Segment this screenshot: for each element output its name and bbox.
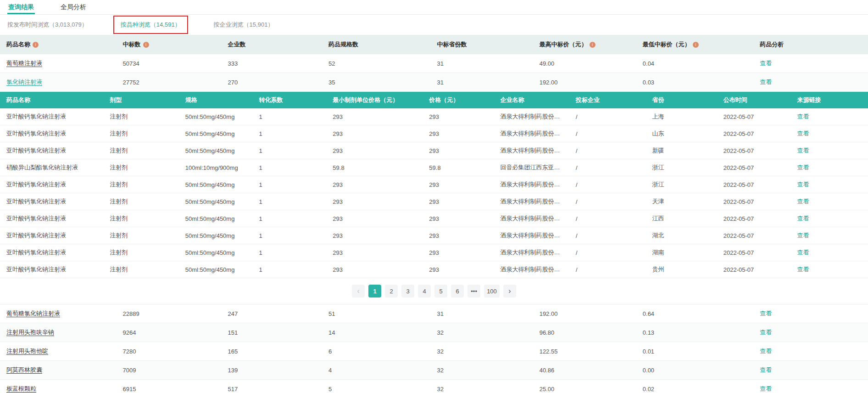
view-source-link[interactable]: 查看 (797, 215, 809, 222)
view-analysis-link[interactable]: 查看 (760, 348, 772, 354)
detail-value-cell: / (569, 227, 645, 244)
more-pages-button[interactable]: ••• (467, 285, 480, 298)
detail-value-cell: 注射剂 (103, 142, 179, 159)
view-analysis-link[interactable]: 查看 (760, 60, 772, 67)
view-source-link[interactable]: 查看 (797, 266, 809, 273)
drug-name-link[interactable]: 注射用头孢他啶 (6, 348, 48, 354)
detail-value-cell: 293 (423, 261, 494, 278)
table-row: 阿莫西林胶囊700913943240.860.00查看 (0, 361, 868, 380)
detail-value-cell: 湖南 (646, 244, 717, 261)
info-icon[interactable] (33, 42, 39, 48)
view-source-link[interactable]: 查看 (797, 232, 809, 239)
tab-global-analysis[interactable]: 全局分析 (60, 0, 87, 14)
detail-value-cell: / (569, 176, 645, 193)
value-cell: 0.64 (636, 304, 753, 323)
detail-value-cell: 酒泉大得利制药股份有... (494, 227, 570, 244)
detail-value-cell: 酒泉大得利制药股份有... (494, 176, 570, 193)
view-source-link[interactable]: 查看 (797, 147, 809, 154)
value-cell: 5 (322, 380, 431, 393)
value-cell: 96.80 (533, 323, 636, 342)
view-by-company[interactable]: 按企业浏览（15,901） (214, 16, 274, 34)
page-number-button[interactable]: 6 (451, 285, 464, 298)
value-cell: 31 (430, 73, 533, 92)
detail-value-cell: 注射剂 (103, 193, 179, 210)
detail-value-cell: 1 (253, 125, 327, 142)
drug-name-link[interactable]: 板蓝根颗粒 (6, 385, 36, 392)
view-source-link[interactable]: 查看 (797, 164, 809, 171)
detail-value-cell: 293 (326, 210, 423, 227)
detail-value-cell: 亚叶酸钙氯化钠注射液 (0, 125, 103, 142)
analysis-cell: 查看 (753, 73, 868, 92)
view-source-link[interactable]: 查看 (797, 249, 809, 256)
detail-value-cell: 酒泉大得利制药股份有... (494, 210, 570, 227)
column-header: 企业数 (221, 35, 322, 54)
drug-name-link[interactable]: 注射用头孢呋辛钠 (6, 329, 54, 336)
view-source-link[interactable]: 查看 (797, 130, 809, 137)
source-cell: 查看 (791, 176, 868, 193)
analysis-cell: 查看 (753, 54, 868, 73)
detail-value-cell: 新疆 (646, 142, 717, 159)
detail-value-cell: 50ml:50mg/450mg (179, 261, 253, 278)
value-cell: 6915 (117, 380, 222, 393)
detail-value-cell: 酒泉大得利制药股份有... (494, 244, 570, 261)
view-analysis-link[interactable]: 查看 (760, 310, 772, 317)
prev-page-button[interactable]: ‹ (352, 285, 365, 298)
view-switcher: 按发布时间浏览（3,013,079） 按品种浏览（14,591） 按企业浏览（1… (0, 15, 868, 35)
expanded-detail-row: 药品名称剂型规格转化系数最小制剂单位价格（元）价格（元）企业名称投标企业省份公布… (0, 92, 868, 305)
page-number-button[interactable]: 1 (368, 285, 381, 298)
drug-name-link[interactable]: 葡萄糖注射液 (6, 60, 42, 67)
view-by-variety[interactable]: 按品种浏览（14,591） (113, 16, 188, 34)
detail-value-cell: 50ml:50mg/450mg (179, 244, 253, 261)
drug-name-link[interactable]: 葡萄糖氯化钠注射液 (6, 310, 60, 317)
detail-column-header: 价格（元） (423, 92, 494, 108)
detail-pagination: ‹123456•••100› (0, 278, 868, 304)
value-cell: 270 (221, 73, 322, 92)
column-header: 中标省份数 (430, 35, 533, 54)
detail-value-cell: / (569, 261, 645, 278)
value-cell: 50734 (117, 54, 222, 73)
source-cell: 查看 (791, 159, 868, 176)
page-number-button[interactable]: 2 (385, 285, 398, 298)
view-source-link[interactable]: 查看 (797, 181, 809, 188)
detail-value-cell: 2022-05-07 (717, 159, 791, 176)
column-header: 药品规格数 (322, 35, 431, 54)
page-number-button[interactable]: 3 (401, 285, 414, 298)
detail-value-cell: 浙江 (646, 159, 717, 176)
detail-value-cell: 1 (253, 108, 327, 125)
detail-column-header: 剂型 (103, 92, 179, 108)
detail-value-cell: 2022-05-07 (717, 261, 791, 278)
view-by-publish-time[interactable]: 按发布时间浏览（3,013,079） (7, 16, 88, 34)
table-row: 注射用头孢他啶7280165632122.550.01查看 (0, 342, 868, 361)
page-number-button[interactable]: 4 (418, 285, 431, 298)
view-analysis-link[interactable]: 查看 (760, 385, 772, 392)
detail-row: 亚叶酸钙氯化钠注射液注射剂50ml:50mg/450mg1293293酒泉大得利… (0, 210, 868, 227)
analysis-cell: 查看 (753, 304, 868, 323)
detail-value-cell: / (569, 159, 645, 176)
detail-column-header: 最小制剂单位价格（元） (326, 92, 423, 108)
drug-name-link[interactable]: 氯化钠注射液 (6, 79, 42, 85)
value-cell: 192.00 (533, 304, 636, 323)
view-source-link[interactable]: 查看 (797, 113, 809, 120)
value-cell: 0.00 (636, 361, 753, 380)
view-analysis-link[interactable]: 查看 (760, 329, 772, 336)
detail-value-cell: 亚叶酸钙氯化钠注射液 (0, 108, 103, 125)
detail-value-cell: 注射剂 (103, 227, 179, 244)
value-cell: 52 (322, 54, 431, 73)
detail-value-cell: 293 (326, 244, 423, 261)
detail-value-cell: 2022-05-07 (717, 193, 791, 210)
view-analysis-link[interactable]: 查看 (760, 79, 772, 85)
view-source-link[interactable]: 查看 (797, 198, 809, 205)
info-icon[interactable] (693, 42, 699, 48)
detail-value-cell: 2022-05-07 (717, 244, 791, 261)
view-analysis-link[interactable]: 查看 (760, 366, 772, 373)
column-header: 药品名称 (0, 35, 117, 54)
drug-name-link[interactable]: 阿莫西林胶囊 (6, 366, 42, 373)
next-page-button[interactable]: › (503, 285, 516, 298)
detail-value-cell: 注射剂 (103, 244, 179, 261)
detail-value-cell: 2022-05-07 (717, 176, 791, 193)
info-icon[interactable] (590, 42, 595, 48)
tab-query-results[interactable]: 查询结果 (7, 0, 35, 14)
page-number-button[interactable]: 100 (484, 285, 500, 298)
info-icon[interactable] (143, 42, 149, 48)
page-number-button[interactable]: 5 (434, 285, 447, 298)
